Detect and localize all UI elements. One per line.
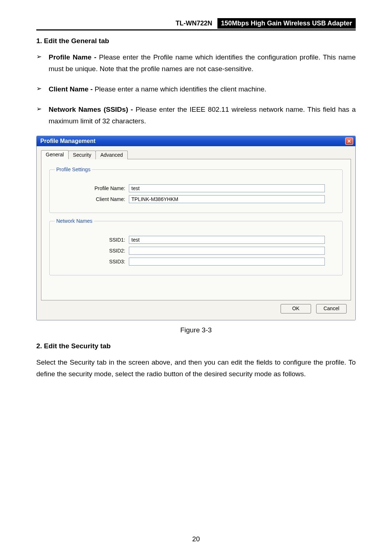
- fieldset-network-names: Network Names SSID1: SSID2: SSID3:: [49, 221, 343, 275]
- label-ssid3: SSID3:: [56, 259, 129, 264]
- page-header: TL-WN722N 150Mbps High Gain Wireless USB…: [36, 18, 356, 30]
- fieldset-profile-settings: Profile Settings Profile Name: Client Na…: [49, 169, 343, 213]
- section-title-2: 2. Edit the Security tab: [36, 342, 356, 350]
- label-ssid1: SSID1:: [56, 237, 129, 243]
- tab-content-general: Profile Settings Profile Name: Client Na…: [41, 159, 351, 300]
- label-client-name: Client Name:: [56, 196, 129, 202]
- bullet-label: Profile Name -: [49, 53, 97, 61]
- label-profile-name: Profile Name:: [56, 185, 129, 191]
- close-button[interactable]: ✕: [345, 138, 353, 145]
- bullet-client-name: ➢ Client Name - Please enter a name whic…: [36, 83, 356, 95]
- tab-general[interactable]: General: [41, 150, 69, 159]
- bullet-text: Client Name - Please enter a name which …: [49, 83, 356, 95]
- ssid2-input[interactable]: [129, 247, 325, 255]
- section-title-1: 1. Edit the General tab: [36, 37, 356, 45]
- dialog-title: Profile Management: [40, 138, 95, 144]
- bullet-network-names: ➢ Network Names (SSIDs) - Please enter t…: [36, 104, 356, 127]
- bullet-label: Client Name -: [49, 85, 93, 93]
- bullet-profile-name: ➢ Profile Name - Please enter the Profil…: [36, 52, 356, 75]
- bullet-arrow-icon: ➢: [36, 104, 49, 127]
- bullet-text: Profile Name - Please enter the Profile …: [49, 52, 356, 75]
- legend-profile-settings: Profile Settings: [55, 167, 92, 172]
- close-icon: ✕: [347, 138, 351, 144]
- section2-paragraph: Select the Security tab in the screen ab…: [36, 357, 356, 380]
- ssid1-input[interactable]: [129, 236, 325, 244]
- tabs-row: General Security Advanced: [41, 150, 351, 159]
- ok-button[interactable]: OK: [281, 304, 311, 313]
- figure-caption: Figure 3-3: [36, 326, 356, 334]
- profile-management-dialog: Profile Management ✕ General Security Ad…: [36, 136, 356, 320]
- label-ssid2: SSID2:: [56, 248, 129, 254]
- bullet-arrow-icon: ➢: [36, 52, 49, 75]
- tab-advanced[interactable]: Advanced: [95, 151, 127, 159]
- bullet-label: Network Names (SSIDs) -: [49, 106, 133, 113]
- bullet-body: Please enter a name which identifies the…: [93, 85, 266, 93]
- dialog-titlebar: Profile Management ✕: [37, 136, 355, 146]
- bullet-text: Network Names (SSIDs) - Please enter the…: [49, 104, 356, 127]
- tab-security[interactable]: Security: [68, 151, 96, 159]
- ssid3-input[interactable]: [129, 258, 325, 266]
- legend-network-names: Network Names: [55, 218, 94, 224]
- cancel-button[interactable]: Cancel: [316, 304, 347, 313]
- profile-name-input[interactable]: [129, 184, 325, 192]
- header-description: 150Mbps High Gain Wireless USB Adapter: [217, 18, 356, 29]
- page-number: 20: [0, 535, 392, 543]
- header-model: TL-WN722N: [174, 18, 217, 29]
- client-name-input[interactable]: [129, 195, 325, 203]
- bullet-arrow-icon: ➢: [36, 83, 49, 95]
